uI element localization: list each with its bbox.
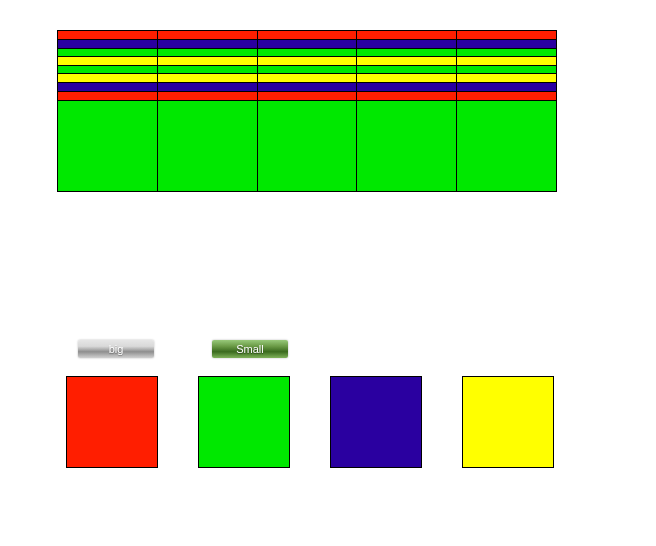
- color-swatches: [66, 376, 554, 468]
- grid-cell: [357, 66, 457, 73]
- grid-cell: [158, 74, 258, 82]
- controls: big Small: [78, 340, 288, 358]
- grid-cell: [258, 66, 358, 73]
- grid-cell: [158, 83, 258, 91]
- grid-cell: [258, 92, 358, 100]
- grid-cell: [457, 49, 556, 56]
- grid-cell: [58, 83, 158, 91]
- grid-cell: [457, 31, 556, 39]
- grid-cell: [158, 31, 258, 39]
- grid-cell: [58, 66, 158, 73]
- grid-cell: [258, 101, 358, 191]
- swatch-blue[interactable]: [330, 376, 422, 468]
- grid-cell: [158, 40, 258, 48]
- swatch-red[interactable]: [66, 376, 158, 468]
- grid-cell: [457, 66, 556, 73]
- swatch-green[interactable]: [198, 376, 290, 468]
- grid-cell: [58, 49, 158, 56]
- grid-cell: [457, 57, 556, 65]
- grid-cell: [258, 57, 358, 65]
- grid-cell: [357, 74, 457, 82]
- grid-cell: [457, 83, 556, 91]
- grid-cell: [357, 31, 457, 39]
- grid-cell: [258, 31, 358, 39]
- grid-cell: [457, 92, 556, 100]
- grid-cell: [58, 31, 158, 39]
- grid-cell: [258, 49, 358, 56]
- grid-cell: [357, 101, 457, 191]
- grid-cell: [58, 74, 158, 82]
- stacked-grid: [57, 30, 557, 192]
- grid-cell: [158, 57, 258, 65]
- grid-cell: [457, 74, 556, 82]
- grid-cell: [457, 40, 556, 48]
- grid-cell: [258, 83, 358, 91]
- grid-cell: [457, 101, 556, 191]
- small-button[interactable]: Small: [212, 340, 288, 358]
- grid-cell: [58, 57, 158, 65]
- grid-cell: [357, 49, 457, 56]
- grid-cell: [258, 74, 358, 82]
- grid-cell: [357, 92, 457, 100]
- grid-cell: [58, 40, 158, 48]
- grid-cell: [357, 40, 457, 48]
- swatch-yellow[interactable]: [462, 376, 554, 468]
- grid-cell: [58, 101, 158, 191]
- big-button[interactable]: big: [78, 340, 154, 358]
- grid-cell: [158, 66, 258, 73]
- grid-cell: [158, 92, 258, 100]
- grid-cell: [357, 57, 457, 65]
- grid-cell: [58, 92, 158, 100]
- grid-cell: [158, 49, 258, 56]
- grid-cell: [258, 40, 358, 48]
- grid-cell: [357, 83, 457, 91]
- grid-cell: [158, 101, 258, 191]
